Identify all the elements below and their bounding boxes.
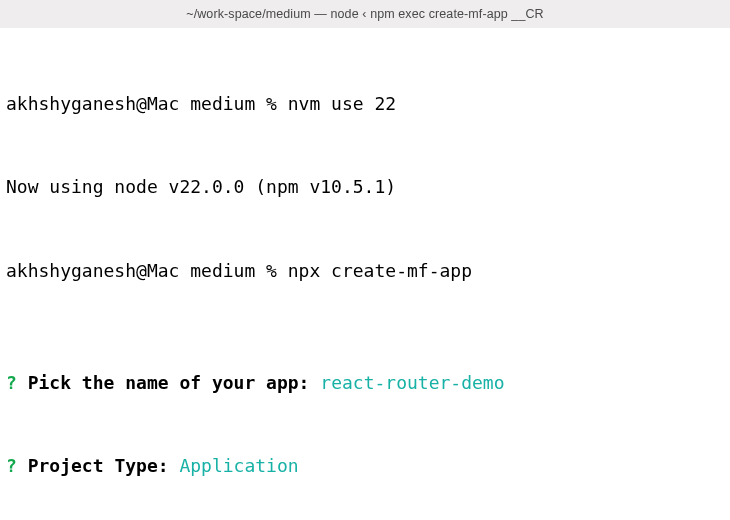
- command-text: npx create-mf-app: [288, 260, 472, 281]
- prompt-answer: Application: [169, 455, 299, 476]
- question-mark-icon: ?: [6, 372, 17, 393]
- node-version-output: Now using node v22.0.0 (npm v10.5.1): [6, 176, 396, 197]
- terminal-line-3: akhshyganesh@Mac medium % npx create-mf-…: [6, 257, 726, 285]
- prompt-answer: react-router-demo: [309, 372, 504, 393]
- prompt-project-type: ? Project Type: Application: [6, 452, 726, 480]
- terminal-line-1: akhshyganesh@Mac medium % nvm use 22: [6, 90, 726, 118]
- terminal-line-2: Now using node v22.0.0 (npm v10.5.1): [6, 173, 726, 201]
- prompt-label: Project Type:: [17, 455, 169, 476]
- command-text: nvm use 22: [288, 93, 396, 114]
- window-title-text: ~/work-space/medium — node ‹ npm exec cr…: [186, 7, 543, 21]
- shell-prompt: akhshyganesh@Mac medium %: [6, 260, 288, 281]
- shell-prompt: akhshyganesh@Mac medium %: [6, 93, 288, 114]
- question-mark-icon: ?: [6, 455, 17, 476]
- prompt-app-name: ? Pick the name of your app: react-route…: [6, 369, 726, 397]
- prompt-label: Pick the name of your app:: [17, 372, 310, 393]
- terminal-body[interactable]: akhshyganesh@Mac medium % nvm use 22 Now…: [0, 28, 730, 520]
- window-titlebar: ~/work-space/medium — node ‹ npm exec cr…: [0, 0, 730, 28]
